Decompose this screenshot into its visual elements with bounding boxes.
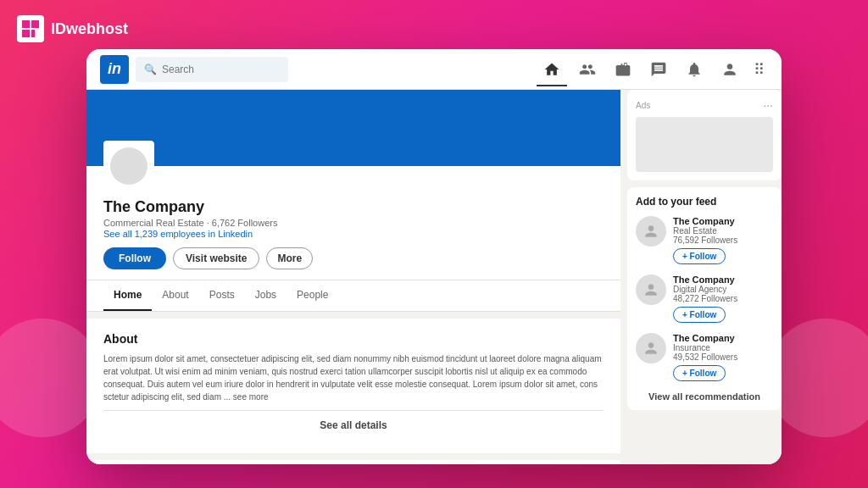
- search-icon: 🔍: [144, 64, 157, 75]
- svg-rect-2: [22, 30, 30, 37]
- nav-messaging[interactable]: [643, 61, 674, 78]
- search-bar[interactable]: 🔍: [136, 57, 288, 82]
- about-section: About Lorem ipsum dolor sit amet, consec…: [86, 319, 620, 453]
- linkedin-logo: in: [100, 55, 129, 84]
- svg-rect-3: [31, 30, 35, 37]
- network-icon: [579, 61, 596, 78]
- feed-info-1: The Company Real Estate 76,592 Followers…: [673, 216, 773, 264]
- linkedin-navbar: in 🔍: [86, 49, 782, 90]
- feed-followers-3: 49,532 Followers: [673, 352, 773, 362]
- avatar-icon-1: [643, 223, 659, 240]
- jobs-icon: [615, 61, 632, 78]
- feed-avatar-2: [636, 274, 666, 305]
- profile-icon: [721, 61, 738, 78]
- feed-follow-button-3[interactable]: + Follow: [673, 365, 726, 381]
- tab-home[interactable]: Home: [103, 280, 152, 311]
- brand-logo-icon: [17, 15, 44, 42]
- avatar-icon-2: [643, 281, 659, 298]
- messaging-icon: [650, 61, 667, 78]
- avatar-icon-3: [643, 340, 659, 357]
- company-logo-box: [103, 141, 154, 191]
- feed-type-3: Insurance: [673, 343, 773, 352]
- company-name: The Company: [103, 198, 604, 216]
- feed-name-2: The Company: [673, 274, 773, 285]
- follow-button[interactable]: Follow: [103, 247, 166, 269]
- company-subtitle: Commercial Real Estate · 6,762 Followers: [103, 218, 604, 228]
- brand-logo: IDwebhost: [17, 15, 128, 42]
- feed-item-1: The Company Real Estate 76,592 Followers…: [636, 216, 773, 264]
- feed-type-1: Real Estate: [673, 226, 773, 236]
- logo-svg: [20, 19, 41, 39]
- feed-name-3: The Company: [673, 333, 773, 343]
- search-input[interactable]: [162, 64, 280, 75]
- feed-info-3: The Company Insurance 49,532 Followers +…: [673, 333, 773, 381]
- feed-item-2: The Company Digital Agency 48,272 Follow…: [636, 274, 773, 323]
- feed-box: Add to your feed The Company Real Estate…: [627, 187, 782, 410]
- company-actions: Follow Visit website More: [103, 247, 604, 269]
- feed-follow-button-2[interactable]: + Follow: [673, 307, 726, 323]
- feed-title: Add to your feed: [636, 196, 773, 208]
- ads-menu-icon[interactable]: ···: [763, 98, 773, 112]
- view-all-recommendation[interactable]: View all recommendation: [636, 391, 773, 402]
- home-icon: [543, 61, 560, 78]
- linkedin-logo-letter: in: [108, 60, 121, 78]
- tab-people[interactable]: People: [287, 280, 338, 311]
- center-panel: The Company Commercial Real Estate · 6,7…: [86, 90, 620, 464]
- nav-grid-icon[interactable]: ⠿: [750, 60, 768, 79]
- people-section: People Highlight 239 employees working i…: [86, 460, 620, 464]
- feed-item-3: The Company Insurance 49,532 Followers +…: [636, 333, 773, 381]
- nav-network[interactable]: [572, 61, 603, 78]
- company-employees-link[interactable]: See all 1,239 employees in Linkedin: [103, 229, 604, 239]
- more-button[interactable]: More: [266, 247, 313, 269]
- svg-rect-1: [31, 20, 39, 28]
- tab-posts[interactable]: Posts: [199, 280, 245, 311]
- feed-follow-button-1[interactable]: + Follow: [673, 248, 726, 264]
- feed-avatar-1: [636, 216, 666, 247]
- notification-icon: [686, 61, 703, 78]
- feed-followers-2: 48,272 Followers: [673, 294, 773, 303]
- right-panel: Ads ··· Add to your feed The Company: [620, 90, 782, 464]
- company-banner: [86, 90, 620, 166]
- nav-icons: ⠿: [537, 60, 768, 79]
- see-all-details-button[interactable]: See all details: [103, 410, 604, 440]
- about-text: Lorem ipsum dolor sit amet, consectetuer…: [103, 352, 604, 403]
- feed-followers-1: 76,592 Followers: [673, 236, 773, 245]
- nav-jobs[interactable]: [608, 61, 638, 78]
- company-tabs: Home About Posts Jobs People: [86, 280, 620, 312]
- tab-jobs[interactable]: Jobs: [245, 280, 287, 311]
- ads-header: Ads ···: [636, 98, 773, 112]
- ads-label: Ads: [636, 101, 650, 110]
- feed-type-2: Digital Agency: [673, 285, 773, 294]
- feed-name-1: The Company: [673, 216, 773, 226]
- tab-about[interactable]: About: [152, 280, 198, 311]
- feed-info-2: The Company Digital Agency 48,272 Follow…: [673, 274, 773, 323]
- about-title: About: [103, 332, 604, 346]
- ads-image: [636, 117, 773, 172]
- svg-rect-0: [22, 20, 30, 28]
- feed-avatar-3: [636, 333, 666, 363]
- brand-logo-text: IDwebhost: [51, 20, 128, 38]
- nav-notifications[interactable]: [679, 61, 709, 78]
- nav-profile[interactable]: [715, 61, 745, 78]
- deco-circle-right: [766, 319, 868, 437]
- ads-box: Ads ···: [627, 90, 782, 180]
- nav-home[interactable]: [537, 61, 567, 78]
- main-content: The Company Commercial Real Estate · 6,7…: [86, 90, 782, 464]
- company-logo-circle: [110, 147, 147, 185]
- visit-website-button[interactable]: Visit website: [173, 247, 259, 269]
- browser-window: in 🔍: [86, 49, 782, 464]
- company-info: The Company Commercial Real Estate · 6,7…: [86, 166, 620, 280]
